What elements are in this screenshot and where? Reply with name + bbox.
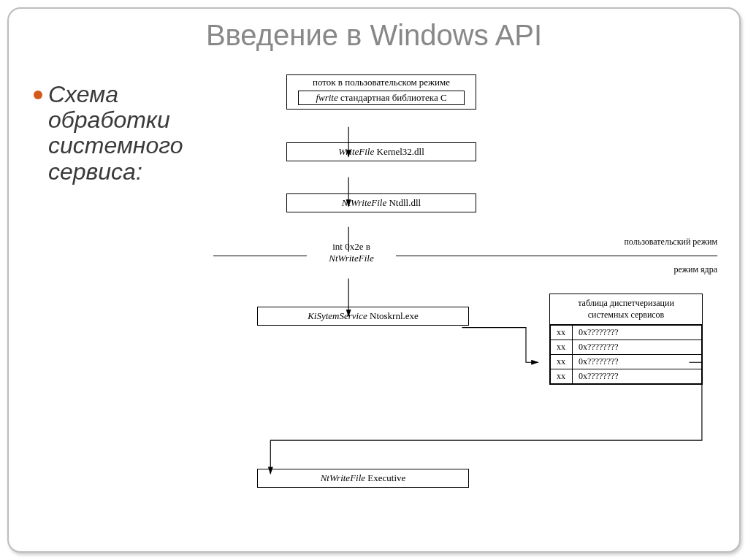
box-fwrite: fwrite стандартная библиотека C bbox=[298, 91, 465, 105]
dispatch-table-header: таблица диспетчеризации системных сервис… bbox=[550, 294, 702, 325]
box-kisystemservice: KiSytemService Ntoskrnl.exe bbox=[257, 307, 469, 326]
box-ntwritefile: NtWriteFile Ntdll.dll bbox=[286, 193, 476, 212]
kisys-rest: Ntoskrnl.exe bbox=[367, 310, 419, 321]
bullet-item: Схема обработки системного сервиса: bbox=[34, 82, 238, 185]
cell-idx: xx bbox=[551, 355, 573, 369]
table-row: xx0x???????? bbox=[551, 340, 702, 355]
cell-val: 0x???????? bbox=[573, 326, 702, 340]
ntwrite-rest: Ntdll.dll bbox=[386, 197, 421, 208]
box-executive: NtWriteFile Executive bbox=[257, 469, 469, 488]
exec-em: NtWriteFile bbox=[321, 472, 365, 483]
cell-idx: xx bbox=[551, 369, 573, 384]
fwrite-em: fwrite bbox=[316, 92, 337, 103]
table-header-line2: системных сервисов bbox=[588, 310, 665, 320]
divider-right bbox=[396, 256, 717, 256]
dispatch-table: таблица диспетчеризации системных сервис… bbox=[549, 294, 703, 385]
slide-title: Введение в Windows API bbox=[9, 19, 739, 52]
table-header-line1: таблица диспетчеризации bbox=[578, 298, 674, 308]
box-writefile: WriteFile Kernel32.dll bbox=[286, 142, 476, 161]
cell-val: 0x???????? bbox=[573, 340, 702, 355]
dispatch-table-body: xx0x???????? xx0x???????? xx0x???????? x… bbox=[550, 325, 702, 384]
box-user-thread: поток в пользовательском режиме fwrite с… bbox=[286, 74, 476, 110]
table-row: xx0x???????? bbox=[551, 326, 702, 340]
writefile-em: WriteFile bbox=[338, 146, 374, 157]
writefile-rest: Kernel32.dll bbox=[374, 146, 424, 157]
diagram-area: поток в пользовательском режиме fwrite с… bbox=[228, 74, 725, 537]
kisys-em: KiSytemService bbox=[308, 310, 367, 321]
cell-idx: xx bbox=[551, 340, 573, 355]
interrupt-line2: NtWriteFile bbox=[329, 253, 373, 264]
ntwrite-em: NtWriteFile bbox=[342, 197, 386, 208]
interrupt-label: int 0x2e в NtWriteFile bbox=[307, 241, 396, 264]
label-kernel-mode: режим ядра bbox=[637, 264, 717, 275]
exec-rest: Executive bbox=[365, 472, 405, 483]
bullet-dot-icon bbox=[34, 91, 42, 99]
cell-val: 0x???????? bbox=[573, 369, 702, 384]
interrupt-line1: int 0x2e в bbox=[332, 241, 370, 252]
table-row: xx0x???????? bbox=[551, 355, 702, 369]
user-thread-label: поток в пользовательском режиме bbox=[313, 77, 450, 88]
label-user-mode: пользовательский режим bbox=[586, 237, 717, 248]
table-row: xx0x???????? bbox=[551, 369, 702, 384]
divider-left bbox=[213, 256, 307, 256]
cell-val: 0x???????? bbox=[573, 355, 702, 369]
bullet-text: Схема обработки системного сервиса: bbox=[48, 82, 238, 185]
cell-idx: xx bbox=[551, 326, 573, 340]
fwrite-rest: стандартная библиотека C bbox=[338, 92, 447, 103]
